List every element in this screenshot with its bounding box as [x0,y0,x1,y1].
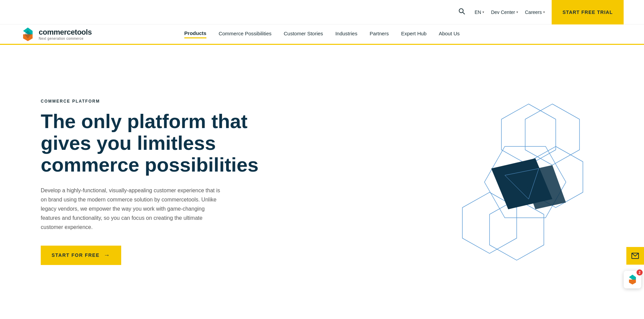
chevron-down-icon: ▾ [516,10,518,14]
logo-name: commercetools [39,28,92,37]
svg-marker-6 [525,104,579,165]
chat-logo-icon [627,274,638,285]
careers-menu[interactable]: Careers ▾ [525,10,545,15]
nav-link-commerce-possibilities[interactable]: Commerce Possibilities [219,31,272,38]
nav-links: Products Commerce Possibilities Customer… [184,30,460,38]
logo-icon [20,27,35,42]
top-bar: EN ▾ Dev Center ▾ Careers ▾ START FREE T… [0,0,644,24]
hero-description: Develop a highly-functional, visually-ap… [41,186,224,232]
hero-label: COMMERCE PLATFORM [41,99,272,104]
email-icon [631,252,639,260]
nav-link-industries[interactable]: Industries [335,31,357,38]
lang-selector[interactable]: EN ▾ [475,10,484,15]
nav-link-about-us[interactable]: About Us [439,31,460,38]
dev-center-menu[interactable]: Dev Center ▾ [491,10,518,15]
chat-badge: 2 [637,269,643,276]
hero-cta-button[interactable]: START FOR FREE → [41,246,121,265]
chevron-down-icon: ▾ [482,10,484,14]
search-icon[interactable] [458,8,465,16]
svg-point-0 [459,9,463,13]
float-email-button[interactable] [626,247,644,265]
top-bar-actions: EN ▾ Dev Center ▾ Careers ▾ START FREE T… [458,0,624,24]
svg-marker-15 [629,274,636,280]
main-nav: commercetools Next generation commerce P… [0,24,644,45]
nav-link-customer-stories[interactable]: Customer Stories [284,31,323,38]
hero-title: The only platform that gives you limitle… [41,110,272,175]
svg-marker-5 [501,104,556,165]
nav-link-products[interactable]: Products [184,30,206,38]
arrow-right-icon: → [104,252,110,259]
hero-content: COMMERCE PLATFORM The only platform that… [41,99,272,265]
chevron-down-icon: ▾ [543,10,545,14]
logo-tagline: Next generation commerce [39,37,92,40]
nav-link-partners[interactable]: Partners [370,31,389,38]
svg-line-1 [463,13,465,15]
hero-graphic [440,94,617,270]
logo[interactable]: commercetools Next generation commerce [20,27,92,42]
hero-section: COMMERCE PLATFORM The only platform that… [0,45,644,319]
svg-marker-16 [629,280,636,285]
nav-link-expert-hub[interactable]: Expert Hub [401,31,426,38]
float-chat-button[interactable]: 2 [624,271,641,288]
start-free-trial-button[interactable]: START FREE TRIAL [552,0,624,24]
